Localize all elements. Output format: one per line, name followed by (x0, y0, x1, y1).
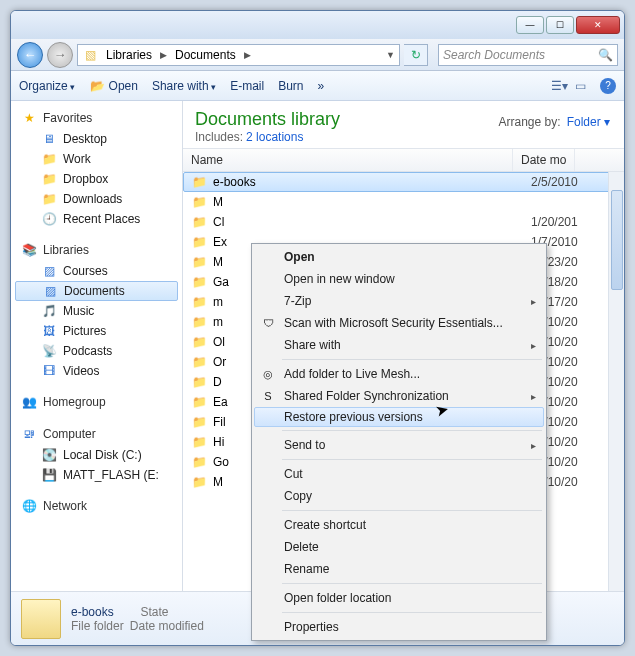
desktop-icon: 🖥 (41, 131, 57, 147)
context-menu-item[interactable]: Delete (254, 536, 544, 558)
column-headers[interactable]: Name Date mo (183, 148, 624, 172)
homegroup-header[interactable]: 👥Homegroup (11, 391, 182, 413)
folder-icon: 📁 (191, 214, 207, 230)
network-header[interactable]: 🌐Network (11, 495, 182, 517)
sidebar-item-courses[interactable]: ▨Courses (11, 261, 182, 281)
folder-icon: 📁 (191, 374, 207, 390)
menu-item-label: Open folder location (284, 591, 391, 605)
view-options[interactable]: ☰▾ ▭ (551, 79, 586, 93)
arrange-by: Arrange by: Folder ▾ (498, 115, 610, 129)
context-menu-item[interactable]: Create shortcut (254, 514, 544, 536)
context-menu-item[interactable]: Open (254, 246, 544, 268)
sidebar-item-desktop[interactable]: 🖥Desktop (11, 129, 182, 149)
file-name: e-books (213, 175, 525, 189)
scrollbar[interactable] (608, 172, 624, 591)
homegroup-icon: 👥 (21, 394, 37, 410)
drive-icon: 💾 (41, 467, 57, 483)
context-menu-item[interactable]: ◎Add folder to Live Mesh... (254, 363, 544, 385)
context-menu-item[interactable]: Share with (254, 334, 544, 356)
chevron-down-icon[interactable]: ▼ (386, 50, 395, 60)
maximize-button[interactable]: ☐ (546, 16, 574, 34)
refresh-button[interactable]: ↻ (404, 44, 428, 66)
sidebar-item-videos[interactable]: 🎞Videos (11, 361, 182, 381)
forward-button[interactable]: → (47, 42, 73, 68)
burn-button[interactable]: Burn (278, 79, 303, 93)
folder-thumbnail-icon (21, 599, 61, 639)
table-row[interactable]: 📁e-books2/5/2010 (183, 172, 624, 192)
folder-icon: 📁 (191, 234, 207, 250)
breadcrumb-item[interactable]: Documents (169, 47, 242, 63)
sidebar-item-flash[interactable]: 💾MATT_FLASH (E: (11, 465, 182, 485)
scroll-thumb[interactable] (611, 190, 623, 290)
chevron-right-icon[interactable]: ▶ (244, 50, 251, 60)
recent-icon: 🕘 (41, 211, 57, 227)
menu-item-label: 7-Zip (284, 294, 311, 308)
back-button[interactable]: ← (17, 42, 43, 68)
menu-item-label: Scan with Microsoft Security Essentials.… (284, 316, 503, 330)
more-commands[interactable]: » (318, 79, 325, 93)
network-icon: 🌐 (21, 498, 37, 514)
open-button[interactable]: 📂 Open (89, 78, 138, 94)
open-folder-icon: 📂 (89, 78, 105, 94)
documents-icon: ▨ (42, 283, 58, 299)
context-menu-item[interactable]: Open folder location (254, 587, 544, 609)
command-bar: Organize 📂 Open Share with E-mail Burn »… (11, 71, 624, 101)
favorites-header[interactable]: ★Favorites (11, 107, 182, 129)
file-name: M (213, 195, 525, 209)
separator (282, 583, 542, 584)
folder-icon: 📁 (191, 314, 207, 330)
organize-menu[interactable]: Organize (19, 79, 75, 93)
menu-item-label: Share with (284, 338, 341, 352)
folder-icon: 📁 (191, 254, 207, 270)
sidebar-item-local-disk[interactable]: 💽Local Disk (C:) (11, 445, 182, 465)
context-menu-item[interactable]: Restore previous versions (254, 407, 544, 427)
menu-item-label: Shared Folder Synchronization (284, 389, 449, 403)
help-button[interactable]: ? (600, 78, 616, 94)
folder-icon: 📁 (191, 434, 207, 450)
selected-name: e-books (71, 605, 114, 619)
share-with-menu[interactable]: Share with (152, 79, 216, 93)
menu-item-label: Cut (284, 467, 303, 481)
explorer-window: — ☐ ✕ ← → ▧ Libraries ▶ Documents ▶ ▼ ↻ … (10, 10, 625, 646)
folder-icon: 📁 (191, 274, 207, 290)
context-menu-item[interactable]: Copy (254, 485, 544, 507)
sidebar-item-dropbox[interactable]: 📁Dropbox (11, 169, 182, 189)
context-menu-item[interactable]: 🛡Scan with Microsoft Security Essentials… (254, 312, 544, 334)
close-button[interactable]: ✕ (576, 16, 620, 34)
sidebar-item-music[interactable]: 🎵Music (11, 301, 182, 321)
menu-item-label: Restore previous versions (284, 410, 423, 424)
sidebar-item-podcasts[interactable]: 📡Podcasts (11, 341, 182, 361)
search-input[interactable]: Search Documents 🔍 (438, 44, 618, 66)
context-menu-item[interactable]: SShared Folder Synchronization (254, 385, 544, 407)
computer-header[interactable]: 🖳Computer (11, 423, 182, 445)
column-date[interactable]: Date mo (513, 149, 575, 171)
sidebar-item-downloads[interactable]: 📁Downloads (11, 189, 182, 209)
separator (282, 510, 542, 511)
context-menu-item[interactable]: Rename (254, 558, 544, 580)
column-name[interactable]: Name (183, 149, 513, 171)
context-menu-item[interactable]: 7-Zip (254, 290, 544, 312)
table-row[interactable]: 📁Cl1/20/201 (183, 212, 624, 232)
menu-item-label: Add folder to Live Mesh... (284, 367, 420, 381)
navigation-pane: ★Favorites 🖥Desktop 📁Work 📁Dropbox 📁Down… (11, 101, 183, 591)
email-button[interactable]: E-mail (230, 79, 264, 93)
sidebar-item-pictures[interactable]: 🖼Pictures (11, 321, 182, 341)
menu-item-icon: S (260, 388, 276, 404)
context-menu-item[interactable]: Cut (254, 463, 544, 485)
context-menu-item[interactable]: Send to (254, 434, 544, 456)
breadcrumb[interactable]: ▧ Libraries ▶ Documents ▶ ▼ (77, 44, 400, 66)
sidebar-item-work[interactable]: 📁Work (11, 149, 182, 169)
table-row[interactable]: 📁M (183, 192, 624, 212)
libraries-header[interactable]: 📚Libraries (11, 239, 182, 261)
context-menu-item[interactable]: Open in new window (254, 268, 544, 290)
breadcrumb-item[interactable]: Libraries (100, 47, 158, 63)
minimize-button[interactable]: — (516, 16, 544, 34)
star-icon: ★ (21, 110, 37, 126)
locations-link[interactable]: 2 locations (246, 130, 303, 144)
sidebar-item-recent[interactable]: 🕘Recent Places (11, 209, 182, 229)
context-menu-item[interactable]: Properties (254, 616, 544, 638)
sidebar-item-documents[interactable]: ▨Documents (15, 281, 178, 301)
menu-item-icon: 🛡 (260, 315, 276, 331)
chevron-right-icon[interactable]: ▶ (160, 50, 167, 60)
arrange-by-dropdown[interactable]: Folder ▾ (567, 115, 610, 129)
